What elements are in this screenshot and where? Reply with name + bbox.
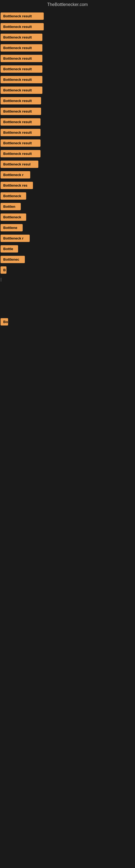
- list-item: Bottleneck result: [1, 65, 134, 74]
- list-item: Bottleneck result: [1, 12, 134, 21]
- list-item: Bottleneck result: [1, 108, 134, 116]
- bottleneck-badge[interactable]: Bottleneck result: [1, 34, 42, 41]
- list-item: Bottleneck result: [1, 129, 134, 137]
- list-item: Bottleneck result: [1, 118, 134, 127]
- bottleneck-badge[interactable]: Bottle: [1, 245, 18, 252]
- list-item: Bottleneck result: [1, 76, 134, 84]
- list-item: |: [1, 277, 134, 285]
- list-item: [1, 339, 134, 347]
- site-title-container: TheBottlenecker.com: [0, 0, 135, 9]
- list-item: [1, 287, 134, 296]
- list-item: Bottleneck r: [1, 171, 134, 180]
- list-item: Bottleneck result: [1, 87, 134, 95]
- list-item: [1, 349, 134, 358]
- separator: |: [1, 277, 2, 282]
- list-item: Bottlenec: [1, 256, 134, 264]
- bottleneck-badge[interactable]: Bottleneck result: [1, 150, 41, 157]
- list-item: [1, 329, 134, 337]
- bottleneck-badge[interactable]: Bottleneck res: [1, 182, 33, 189]
- bottleneck-badge[interactable]: Bottleneck result: [1, 129, 41, 136]
- bottleneck-badge[interactable]: Bottlen: [1, 203, 21, 210]
- list-item: B: [1, 267, 134, 275]
- bottleneck-badge[interactable]: Bottlenec: [1, 256, 25, 263]
- bottleneck-badge[interactable]: Bottleneck r: [1, 235, 30, 242]
- list-item: Bottleneck: [1, 214, 134, 222]
- bottleneck-badge[interactable]: Bottleneck result: [1, 140, 41, 147]
- list-item: [1, 308, 134, 316]
- bottleneck-badge[interactable]: Bottlene: [1, 224, 23, 231]
- list-item: Bottleneck: [1, 192, 134, 201]
- bottleneck-badge[interactable]: Bottleneck: [1, 214, 26, 221]
- bottleneck-badge[interactable]: Bottleneck result: [1, 65, 42, 73]
- list-item: [1, 298, 134, 306]
- bottleneck-badge[interactable]: Bottleneck result: [1, 55, 42, 62]
- bottleneck-badge[interactable]: Bottleneck result: [1, 87, 42, 94]
- site-title: TheBottlenecker.com: [0, 0, 135, 9]
- bottleneck-badge[interactable]: B: [1, 267, 6, 274]
- bottleneck-badge[interactable]: Bottleneck result: [1, 76, 42, 83]
- list-item: [1, 360, 134, 368]
- bottleneck-badge[interactable]: Bottleneck result: [1, 23, 44, 30]
- bottleneck-badge[interactable]: Bottleneck resul: [1, 161, 38, 168]
- list-item: Bottleneck result: [1, 23, 134, 31]
- list-item: Bottleneck result: [1, 150, 134, 158]
- list-item: Bottleneck res: [1, 182, 134, 190]
- list-item: Bottleneck result: [1, 55, 134, 63]
- list-item: Bottlen: [1, 203, 134, 211]
- list-item: Bottleneck result: [1, 97, 134, 105]
- list-item: Bottle: [1, 245, 134, 254]
- bottleneck-badge[interactable]: Bottleneck result: [1, 108, 41, 115]
- bottleneck-badge[interactable]: Bottleneck result: [1, 12, 44, 20]
- bottleneck-badge[interactable]: Bottleneck: [1, 192, 26, 199]
- bottleneck-badge[interactable]: Bottleneck result: [1, 97, 41, 104]
- list-item: Bottleneck result: [1, 44, 134, 53]
- bottleneck-badge[interactable]: Bo: [1, 318, 8, 326]
- items-container: Bottleneck resultBottleneck resultBottle…: [0, 9, 135, 371]
- list-item: Bo: [1, 318, 134, 327]
- bottleneck-badge[interactable]: Bottleneck r: [1, 171, 30, 179]
- bottleneck-badge[interactable]: Bottleneck result: [1, 44, 42, 52]
- bottleneck-badge[interactable]: Bottleneck result: [1, 118, 41, 126]
- list-item: Bottleneck result: [1, 34, 134, 42]
- list-item: Bottleneck resul: [1, 161, 134, 169]
- list-item: Bottlene: [1, 224, 134, 232]
- list-item: Bottleneck r: [1, 235, 134, 243]
- list-item: Bottleneck result: [1, 140, 134, 148]
